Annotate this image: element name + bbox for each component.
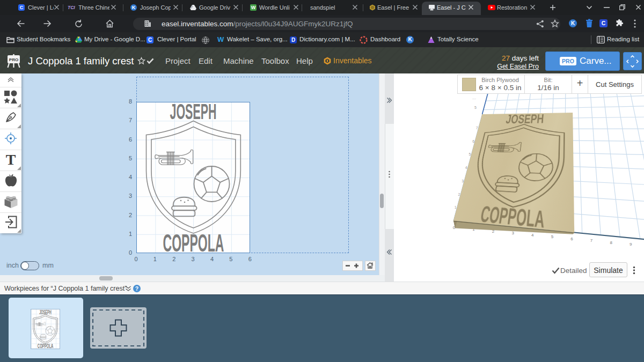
svg-text:JOSEPH: JOSEPH [170,102,216,124]
svg-text:COPPOLA: COPPOLA [38,343,54,349]
svg-text:PRO: PRO [9,57,18,62]
svg-text:JOSEPH: JOSEPH [505,113,545,126]
svg-text:JOSEPH: JOSEPH [39,309,52,315]
svg-text:COPPOLA: COPPOLA [163,229,224,253]
